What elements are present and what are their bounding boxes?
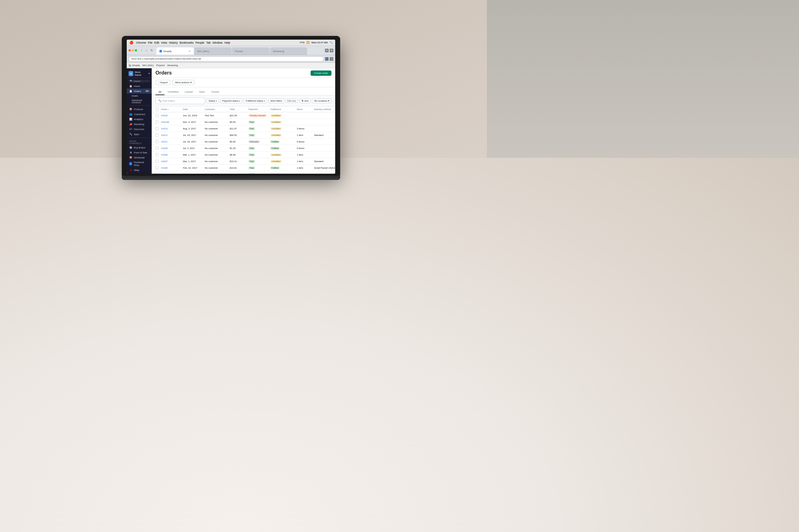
search-input[interactable]: 🔍 Find orders: [156, 97, 205, 104]
menu-people[interactable]: People: [195, 41, 204, 44]
row-checkbox[interactable]: [156, 153, 161, 156]
menu-bookmarks[interactable]: Bookmarks: [180, 41, 194, 44]
row-checkbox[interactable]: [156, 166, 161, 169]
sidebar-item-buy-button[interactable]: 🔘 Buy Button: [127, 145, 152, 150]
bookmark-shopify[interactable]: 🏪 Shopify: [129, 64, 140, 67]
address-bar[interactable]: thom-test-1.myshopify.com/admin/orders?s…: [129, 56, 324, 61]
minimize-window-button[interactable]: [132, 49, 134, 52]
table-row[interactable]: #1006 Feb. 22, 2017 No customer $13.81 P…: [152, 165, 335, 171]
all-locations-label: All Locations: [314, 99, 327, 102]
search-icon[interactable]: 🔍: [330, 41, 333, 44]
sidebar-item-marketing[interactable]: 📣 Marketing: [127, 121, 152, 127]
sidebar-item-abandoned[interactable]: Abandoned checkouts: [127, 98, 152, 104]
row-checkbox[interactable]: [156, 120, 161, 124]
order-total: $11.97: [230, 127, 249, 130]
sidebar-item-point-of-sale[interactable]: 🖥 Point of Sale: [127, 150, 152, 155]
table-row[interactable]: #1014A Dec. 3, 2017 No customer $0.00 Pa…: [152, 119, 335, 125]
table-row[interactable]: #1016 Jun. 22, 2018 Test Test $21.09 Par…: [152, 112, 335, 119]
sidebar-item-orders[interactable]: 📋 Orders 16: [127, 89, 152, 94]
sidebar-item-discounts[interactable]: 🏷 Discounts: [127, 127, 152, 132]
status-filter-button[interactable]: Status: [206, 98, 219, 103]
create-order-area: Create order: [311, 71, 331, 76]
more-filters-button[interactable]: More filters: [268, 98, 284, 103]
menu-view[interactable]: View: [161, 41, 167, 44]
search-placeholder: Find orders: [162, 99, 175, 102]
export-button[interactable]: ↑ Export: [156, 80, 170, 85]
extension-icon-2[interactable]: ⚙: [330, 49, 333, 52]
menu-help[interactable]: Help: [224, 41, 230, 44]
create-order-button[interactable]: Create order: [311, 71, 331, 76]
menu-file[interactable]: File: [148, 41, 152, 44]
sidebar-item-home[interactable]: 🏠 Home: [127, 83, 152, 89]
select-all-checkbox[interactable]: [156, 108, 161, 111]
menu-history[interactable]: History: [169, 41, 178, 44]
row-checkbox[interactable]: [156, 140, 161, 143]
more-actions-button[interactable]: More actions ▾: [172, 80, 195, 85]
all-locations-button[interactable]: All Locations ▾: [312, 98, 331, 103]
table-row[interactable]: #1009 Jul. 2, 2017 No customer $1.25 Pai…: [152, 145, 335, 152]
menu-chrome[interactable]: Chrome: [136, 41, 146, 44]
table-row[interactable]: #1012 Jul. 29, 2017 No customer $94.50 P…: [152, 132, 335, 138]
payment-status-filter-button[interactable]: Payment status: [220, 98, 242, 103]
tab-streaming[interactable]: Streaming: [270, 48, 307, 55]
table-row[interactable]: #1008 Mar. 1, 2017 No customer $6.59 Pai…: [152, 152, 335, 158]
table-row[interactable]: #1011 Jul. 29, 2017 No customer $0.00 Re…: [152, 138, 335, 145]
close-window-button[interactable]: [129, 49, 131, 52]
sidebar-item-analytics-label: Analytics: [134, 118, 143, 121]
menu-tab[interactable]: Tab: [206, 41, 211, 44]
order-items: 3 items: [297, 127, 314, 130]
table-row[interactable]: #1013 Aug. 3, 2017 No customer $11.97 Pa…: [152, 125, 335, 132]
sidebar-item-drafts[interactable]: Drafts: [127, 94, 152, 98]
sidebar-item-customers[interactable]: 👥 Customers: [127, 112, 152, 117]
menu-edit[interactable]: Edit: [155, 41, 160, 44]
reload-button[interactable]: ↻: [149, 48, 154, 53]
sidebar-search[interactable]: 🔍 Search: [129, 80, 150, 82]
table-row[interactable]: #1007 Mar. 1, 2017 No customer $13.41 Pa…: [152, 158, 335, 165]
tab-unpaid[interactable]: Unpaid: [182, 89, 196, 95]
store-selector[interactable]: S Store Name ▾: [127, 70, 152, 78]
tab-pinned[interactable]: Pinned: [232, 48, 269, 55]
order-delivery: Small Packet USA Air: [314, 167, 335, 169]
bookmark-m41[interactable]: M#1 (M41): [142, 64, 153, 67]
table-row[interactable]: #1005 Feb. 22, 2017 No customer $15.00 P…: [152, 171, 335, 174]
sidebar-nav: 🏠 Home 📋 Orders 16 Drafts Abandoned: [127, 83, 152, 174]
row-checkbox[interactable]: [156, 133, 161, 137]
tab-close-icon[interactable]: ✕: [188, 50, 191, 53]
row-checkbox[interactable]: [156, 160, 161, 163]
sidebar-item-products[interactable]: 📦 Products: [127, 107, 152, 112]
forward-button[interactable]: ›: [145, 48, 149, 53]
bookmark-pinpoint[interactable]: Pinpoint: [156, 64, 164, 67]
sidebar-item-online-store[interactable]: 🌐 Online Store: [127, 172, 152, 174]
tab-all[interactable]: All: [156, 89, 164, 95]
row-checkbox[interactable]: [156, 147, 161, 150]
row-checkbox[interactable]: [156, 114, 161, 117]
sidebar-item-apps[interactable]: 🔧 Apps: [127, 132, 152, 137]
sort-button[interactable]: ⇅ Sort: [299, 98, 311, 103]
order-fulfillment: Unfulfilled: [270, 173, 297, 174]
edit-view-button[interactable]: Edit view: [286, 99, 298, 103]
profile-icon[interactable]: 👤: [325, 57, 329, 61]
tab-closed[interactable]: Closed: [208, 89, 222, 95]
sidebar-item-analytics[interactable]: 📊 Analytics: [127, 117, 152, 121]
row-checkbox[interactable]: [156, 127, 161, 130]
tab-m41[interactable]: M#1 (M41): [194, 48, 232, 55]
back-button[interactable]: ‹: [140, 48, 144, 53]
order-payment: Partially refunded: [249, 114, 270, 117]
sidebar-item-ebay[interactable]: e eBay: [127, 168, 152, 172]
tab-open[interactable]: Open: [196, 89, 208, 95]
orders-toolbar: ↑ Export More actions ▾: [152, 78, 335, 87]
sidebar-item-facebook[interactable]: f Facebook Shop: [127, 160, 152, 168]
tab-unfulfilled[interactable]: Unfulfilled: [164, 89, 182, 95]
fulfillment-status-filter-button[interactable]: Fulfillment status: [243, 98, 267, 103]
extension-icon-1[interactable]: U: [325, 49, 329, 52]
row-checkbox[interactable]: [156, 173, 161, 174]
tab-shopify[interactable]: Shopify ✕: [156, 48, 194, 55]
sidebar-item-wholesale[interactable]: 📦 Wholesale: [127, 155, 152, 160]
order-customer: No customer: [205, 153, 230, 156]
menu-icon[interactable]: ⋮: [330, 57, 333, 61]
menu-window[interactable]: Window: [213, 41, 222, 44]
sidebar-item-orders-label: Orders: [134, 90, 141, 93]
bookmark-streaming[interactable]: Streaming: [167, 64, 178, 67]
bookmark-shopify-icon: 🏪: [129, 64, 131, 67]
maximize-window-button[interactable]: [135, 49, 137, 52]
